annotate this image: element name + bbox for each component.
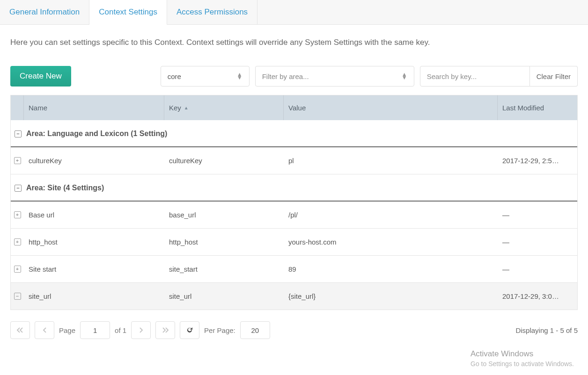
column-name[interactable]: Name — [24, 95, 164, 120]
cell-value: {site_url} — [284, 283, 498, 310]
column-last-modified[interactable]: Last Modified — [498, 95, 577, 120]
namespace-select-value: core — [168, 72, 181, 80]
sort-asc-icon: ▲ — [184, 105, 189, 110]
create-new-button[interactable]: Create New — [10, 66, 71, 87]
cell-key: http_host — [164, 229, 284, 255]
cell-modified: — — [498, 229, 577, 255]
expand-icon[interactable]: + — [14, 211, 21, 218]
cell-value: /pl/ — [284, 202, 498, 228]
cell-value: 89 — [284, 256, 498, 282]
cell-key: base_url — [164, 202, 284, 228]
cell-name: site_url — [24, 283, 164, 310]
collapse-icon[interactable]: − — [14, 293, 21, 300]
cell-value: yours-host.com — [284, 229, 498, 255]
clear-filter-button[interactable]: Clear Filter — [530, 66, 578, 87]
group-row[interactable]: − Area: Site (4 Settings) — [11, 174, 577, 202]
tab-context-settings[interactable]: Context Settings — [89, 0, 167, 25]
search-key-input[interactable] — [420, 66, 530, 87]
next-page-button[interactable] — [131, 321, 151, 339]
column-value[interactable]: Value — [284, 95, 498, 120]
expand-icon[interactable]: + — [14, 238, 21, 245]
per-page-input[interactable] — [240, 321, 270, 339]
cell-name: Site start — [24, 256, 164, 282]
group-label: Area: Site (4 Settings) — [26, 184, 104, 192]
area-filter-placeholder: Filter by area... — [262, 72, 309, 80]
per-page-label: Per Page: — [204, 326, 235, 334]
page-label: Page — [59, 326, 75, 334]
cell-key: cultureKey — [164, 147, 284, 174]
cell-modified: — — [498, 256, 577, 282]
cell-name: cultureKey — [24, 147, 164, 174]
chevron-updown-icon: ▲▼ — [237, 73, 243, 79]
chevron-left-icon — [43, 327, 47, 333]
refresh-icon — [186, 326, 193, 334]
double-chevron-right-icon — [162, 327, 169, 333]
area-filter-select[interactable]: Filter by area... ▲▼ — [255, 66, 414, 87]
double-chevron-left-icon — [17, 327, 23, 333]
settings-grid: Name Key ▲ Value Last Modified − Area: L… — [10, 95, 578, 310]
table-row[interactable]: − site_url site_url {site_url} 2017-12-2… — [11, 283, 577, 310]
cell-name: Base url — [24, 202, 164, 228]
table-row[interactable]: + cultureKey cultureKey pl 2017-12-29, 2… — [11, 147, 577, 174]
paging-toolbar: Page of 1 Per Page: Displaying 1 - 5 of … — [10, 321, 578, 339]
column-key-label: Key — [169, 104, 181, 112]
column-key[interactable]: Key ▲ — [164, 95, 284, 120]
panel-description: Here you can set settings specific to th… — [0, 25, 588, 63]
grid-header: Name Key ▲ Value Last Modified — [11, 95, 577, 120]
last-page-button[interactable] — [155, 321, 175, 339]
cell-modified: 2017-12-29, 2:5… — [498, 147, 577, 174]
refresh-button[interactable] — [180, 321, 199, 339]
group-row[interactable]: − Area: Language and Lexicon (1 Setting) — [11, 120, 577, 147]
tab-bar: General Information Context Settings Acc… — [0, 0, 588, 25]
tab-access-permissions[interactable]: Access Permissions — [167, 0, 257, 24]
expand-icon[interactable]: + — [14, 266, 21, 273]
cell-key: site_start — [164, 256, 284, 282]
chevron-right-icon — [139, 327, 143, 333]
chevron-updown-icon: ▲▼ — [402, 73, 407, 79]
prev-page-button[interactable] — [35, 321, 54, 339]
cell-modified: — — [498, 202, 577, 228]
page-number-input[interactable] — [80, 321, 110, 339]
namespace-select[interactable]: core ▲▼ — [161, 66, 250, 87]
settings-toolbar: Create New core ▲▼ Filter by area... ▲▼ … — [0, 63, 588, 95]
collapse-icon[interactable]: − — [15, 185, 22, 192]
table-row[interactable]: + http_host http_host yours-host.com — — [11, 229, 577, 256]
group-label: Area: Language and Lexicon (1 Setting) — [26, 130, 167, 138]
tab-general-information[interactable]: General Information — [0, 0, 89, 24]
first-page-button[interactable] — [10, 321, 30, 339]
cell-modified: 2017-12-29, 3:0… — [498, 283, 577, 310]
page-of-label: of 1 — [115, 326, 126, 334]
display-count: Displaying 1 - 5 of 5 — [515, 326, 578, 334]
grid-header-toggle — [11, 95, 24, 120]
cell-key: site_url — [164, 283, 284, 310]
table-row[interactable]: + Base url base_url /pl/ — — [11, 202, 577, 229]
cell-value: pl — [284, 147, 498, 174]
table-row[interactable]: + Site start site_start 89 — — [11, 256, 577, 283]
collapse-icon[interactable]: − — [15, 130, 22, 137]
cell-name: http_host — [24, 229, 164, 255]
expand-icon[interactable]: + — [14, 157, 21, 164]
